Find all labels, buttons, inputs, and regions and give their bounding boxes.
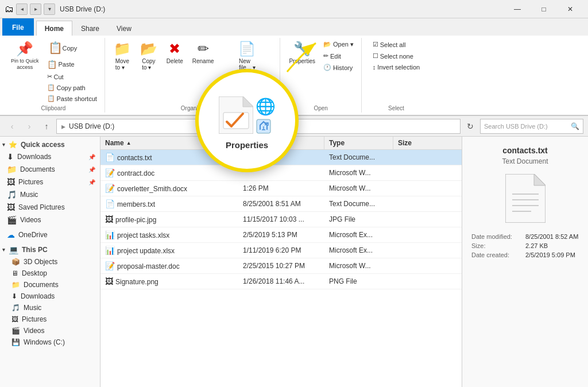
file-icon: 📝	[105, 261, 115, 270]
tab-file[interactable]: File	[2, 18, 34, 36]
select-none-button[interactable]: ☐ Select none	[370, 51, 423, 61]
saved-pictures-icon: 🖼	[7, 203, 15, 212]
select-group: ☑ Select all ☐ Select none ↕ Invert sele…	[362, 38, 431, 113]
details-size: Size: 2.27 KB	[471, 242, 579, 249]
thispc-expand-icon: ▾	[2, 247, 5, 253]
sidebar-item-videos-pc[interactable]: 🎬 Videos	[0, 325, 100, 336]
file-date-cell: 8/25/2001 8:51 AM	[238, 199, 324, 209]
details-date-created: Date created: 2/5/2019 5:09 PM	[471, 251, 579, 258]
sidebar-item-downloads-pc[interactable]: ⬇ Downloads	[0, 291, 100, 302]
file-list[interactable]: Name ▲ Date modified Type Size 📄contacts…	[100, 137, 462, 387]
search-icon: 🔍	[571, 122, 579, 130]
pin-to-quick-access-button[interactable]: 📌 Pin to Quickaccess	[7, 39, 43, 72]
clipboard-group: 📌 Pin to Quickaccess 📋 Copy 📋 Paste ✂	[2, 38, 105, 113]
table-row[interactable]: 📊project update.xlsx 1/11/2019 6:20 PM M…	[100, 243, 462, 258]
table-row[interactable]: 📄members.txt 8/25/2001 8:51 AM Text Docu…	[100, 196, 462, 212]
copy-to-button[interactable]: 📂 Copyto ▾	[136, 39, 161, 72]
sidebar-onedrive[interactable]: ☁ OneDrive	[0, 229, 100, 241]
select-all-button[interactable]: ☑ Select all	[370, 39, 423, 50]
file-type-cell: Microsoft Ex...	[324, 230, 393, 240]
sidebar-item-pictures-qa[interactable]: 🖼 Pictures 📌	[0, 176, 100, 188]
title-bar-title: USB Drive (D:)	[60, 5, 504, 13]
file-icon: 📄	[105, 153, 115, 162]
invert-selection-button[interactable]: ↕ Invert selection	[370, 62, 423, 72]
videos-qa-icon: 🎬	[7, 215, 17, 225]
col-header-type[interactable]: Type	[324, 137, 393, 149]
thispc-header[interactable]: ▾ 💻 This PC	[0, 243, 100, 256]
file-name-cell: 📝proposal-master.doc	[100, 260, 238, 272]
sidebar-item-downloads-qa[interactable]: ⬇ Downloads 📌	[0, 150, 100, 163]
file-icon: 📊	[105, 230, 115, 239]
file-size-cell	[393, 156, 439, 158]
up-button[interactable]: ↑	[39, 119, 54, 134]
rename-button[interactable]: ✏ Rename	[188, 39, 218, 66]
history-button[interactable]: 🕐 History	[320, 62, 357, 73]
rename-icon: ✏	[198, 41, 209, 57]
sidebar-item-videos-qa[interactable]: 🎬 Videos	[0, 214, 100, 226]
col-header-size[interactable]: Size	[393, 137, 439, 149]
table-row[interactable]: 📝proposal-master.doc 2/25/2015 10:27 PM …	[100, 258, 462, 274]
copy-button[interactable]: 📋 Copy	[44, 39, 100, 57]
minimize-button[interactable]: —	[504, 0, 531, 18]
paste-shortcut-button[interactable]: 📋 Paste shortcut	[44, 93, 100, 104]
sidebar-item-3d-objects[interactable]: 📦 3D Objects	[0, 256, 100, 268]
search-placeholder: Search USB Drive (D:)	[484, 123, 548, 130]
table-row[interactable]: 📝coverletter_Smith.docx 1:26 PM Microsof…	[100, 181, 462, 196]
sidebar-item-windows-c[interactable]: 💾 Windows (C:)	[0, 336, 100, 348]
move-to-button[interactable]: 📁 Moveto ▾	[110, 39, 135, 72]
3d-objects-icon: 📦	[11, 258, 20, 266]
sidebar-item-music-pc[interactable]: 🎵 Music	[0, 302, 100, 314]
sidebar-item-documents-pc[interactable]: 📁 Documents	[0, 279, 100, 291]
sidebar-item-desktop[interactable]: 🖥 Desktop	[0, 268, 100, 279]
tab-home[interactable]: Home	[36, 21, 72, 36]
properties-popup-label: Properties	[226, 140, 268, 150]
thispc-icon: 💻	[9, 245, 18, 254]
select-none-icon: ☐	[373, 52, 378, 60]
title-bar-back[interactable]: ◂	[16, 3, 28, 15]
table-row[interactable]: 🖼Signature.png 1/26/2018 11:46 A... PNG …	[100, 274, 462, 289]
cut-icon: ✂	[47, 73, 52, 80]
file-size-cell	[393, 203, 439, 205]
paste-button[interactable]: 📋 Paste	[44, 58, 100, 71]
close-button[interactable]: ✕	[557, 0, 583, 18]
file-size-cell	[393, 172, 439, 174]
search-bar[interactable]: Search USB Drive (D:) 🔍	[480, 119, 583, 134]
quick-access-header[interactable]: ▾ ⭐ Quick access	[0, 139, 100, 150]
sidebar-item-music-qa[interactable]: 🎵 Music	[0, 188, 100, 201]
back-button[interactable]: ‹	[5, 119, 20, 134]
delete-button[interactable]: ✖ Delete	[163, 39, 187, 66]
table-row[interactable]: 🖼profile-pic.jpg 11/15/2017 10:03 ... JP…	[100, 212, 462, 227]
select-label: Select	[388, 104, 404, 111]
copy-path-icon: 📋	[47, 84, 55, 91]
file-name-cell: 📄members.txt	[100, 198, 238, 210]
table-row[interactable]: 📊project tasks.xlsx 2/5/2019 5:13 PM Mic…	[100, 227, 462, 243]
desktop-icon: 🖥	[11, 269, 18, 277]
sidebar-item-saved-pictures[interactable]: 🖼 Saved Pictures	[0, 201, 100, 214]
cut-button[interactable]: ✂ Cut	[44, 71, 100, 82]
edit-button[interactable]: ✏ Edit	[320, 51, 357, 61]
forward-button[interactable]: ›	[22, 119, 37, 134]
sidebar-item-documents-qa[interactable]: 📁 Documents 📌	[0, 163, 100, 176]
file-type-cell: Text Docume...	[324, 152, 393, 162]
file-name-cell: 📊project update.xlsx	[100, 245, 238, 256]
svg-marker-1	[534, 174, 546, 185]
windows-c-icon: 💾	[11, 338, 20, 346]
details-panel: contacts.txt Text Document Date modified…	[462, 137, 588, 387]
downloads-pc-icon: ⬇	[11, 292, 17, 300]
file-date-cell: 2/25/2015 10:27 PM	[238, 261, 324, 271]
sort-icon: ▲	[126, 140, 131, 146]
file-type-cell: JPG File	[324, 214, 393, 225]
open-button[interactable]: 📂 Open ▾	[320, 39, 357, 50]
maximize-button[interactable]: □	[531, 0, 557, 18]
file-date-cell: 1/26/2018 11:46 A...	[238, 276, 324, 287]
tab-share[interactable]: Share	[72, 21, 108, 36]
details-filename: contacts.txt	[502, 146, 548, 155]
sidebar-item-pictures-pc[interactable]: 🖼 Pictures	[0, 314, 100, 325]
refresh-button[interactable]: ↻	[463, 119, 478, 134]
copy-path-button[interactable]: 📋 Copy path	[44, 82, 100, 93]
title-bar-forward[interactable]: ▸	[30, 3, 41, 15]
onedrive-icon: ☁	[7, 230, 15, 239]
open-label: Open	[314, 104, 327, 111]
tab-view[interactable]: View	[108, 21, 140, 36]
title-bar-down[interactable]: ▾	[44, 3, 55, 15]
